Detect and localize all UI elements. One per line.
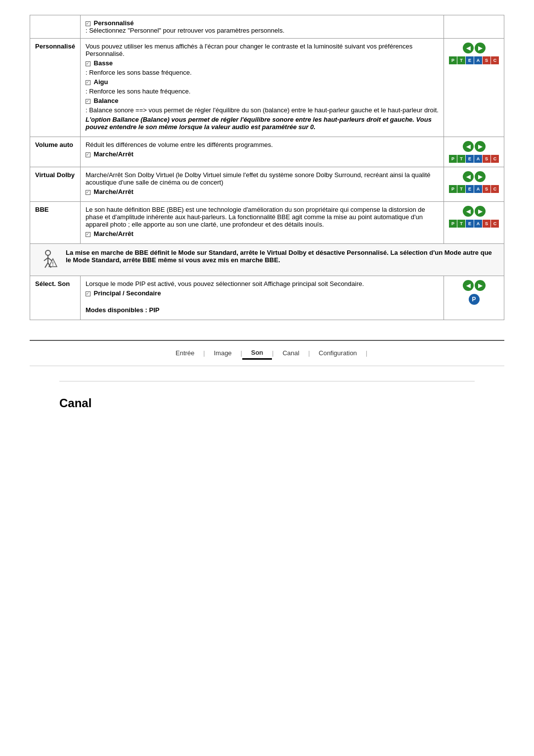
svg-line-3 — [48, 258, 52, 261]
row-label: Virtual Dolby — [30, 167, 81, 202]
note-text: La mise en marche de BBE définit le Mode… — [66, 249, 497, 264]
content-table: Personnalisé : Sélectionnez "Personnel" … — [30, 15, 504, 320]
pteasc-badge: ◀ ▶ P T E A S C — [449, 206, 499, 228]
nav-arrows: ◀ ▶ — [463, 43, 486, 53]
pteasc-row: P T E A S C — [449, 220, 499, 228]
row-label: Sélect. Son — [30, 276, 81, 320]
row-desc: Marche/Arrêt — [86, 230, 439, 237]
pteasc-a: A — [474, 185, 482, 193]
sub-heading: Balance — [94, 97, 119, 104]
pteasc-p: P — [449, 155, 457, 163]
row-icon-col: ◀ ▶ P T E A S C — [444, 137, 504, 167]
row-desc: Le son haute définition BBE (BBE) est un… — [86, 206, 439, 228]
row-desc: Aigu — [86, 78, 439, 86]
pteasc-a: A — [474, 56, 482, 64]
modes-text: Modes disponibles : PIP — [86, 306, 160, 314]
pteasc-s: S — [483, 56, 490, 64]
row-desc: : Renforce les sons haute fréquence. — [86, 88, 439, 95]
sub-heading: Basse — [94, 59, 113, 67]
pteasc-a: A — [474, 220, 482, 228]
nav-arrows: ◀ ▶ — [463, 171, 486, 182]
row-desc: Marche/Arrêt — [86, 188, 439, 195]
row-desc: Marche/Arrêt Son Dolby Virtuel (le Dolby… — [86, 171, 439, 186]
pteasc-row: P T E A S C — [449, 56, 499, 64]
row-content: Marche/Arrêt Son Dolby Virtuel (le Dolby… — [80, 167, 444, 202]
nav-arrows: ◀ ▶ — [463, 280, 486, 291]
arrow-right: ▶ — [475, 280, 486, 291]
row-icon-col — [444, 15, 504, 39]
pteasc-a: A — [474, 155, 482, 163]
row-desc: Balance — [86, 97, 439, 104]
row-label — [30, 15, 81, 39]
row-icon-col: ◀ ▶ P — [444, 276, 504, 320]
warning-icon: ! — [37, 249, 59, 271]
nav-item-entree[interactable]: Entrée — [167, 347, 203, 360]
row-title: Personnalisé — [94, 19, 134, 27]
sub-heading: Marche/Arrêt — [94, 150, 134, 158]
pteasc-badge: ◀ ▶ P T E A S C — [449, 43, 499, 64]
row-icon-col: ◀ ▶ P T E A S C — [444, 39, 504, 137]
pteasc-e: E — [466, 185, 474, 193]
row-desc: Lorsque le mode PIP est activé, vous pou… — [86, 280, 439, 287]
nav-sep: | — [366, 350, 367, 357]
sub-heading: Marche/Arrêt — [94, 188, 134, 195]
pteasc-p: P — [449, 185, 457, 193]
table-row: Virtual Dolby Marche/Arrêt Son Dolby Vir… — [30, 167, 504, 202]
row-icon-col: ◀ ▶ P T E A S C — [444, 167, 504, 202]
arrow-left: ◀ — [463, 206, 474, 217]
pteasc-s: S — [483, 220, 490, 228]
pteasc-row: P T E A S C — [449, 155, 499, 163]
table-row: Personnalisé Vous pouvez utiliser les me… — [30, 39, 504, 137]
checkbox-icon — [86, 61, 90, 66]
checkbox-icon — [86, 99, 90, 104]
row-content: Réduit les différences de volume entre l… — [80, 137, 444, 167]
table-row: Sélect. Son Lorsque le mode PIP est acti… — [30, 276, 504, 320]
pteasc-t: T — [457, 155, 465, 163]
nav-item-image[interactable]: Image — [205, 347, 240, 360]
row-icon-col: ◀ ▶ P T E A S C — [444, 202, 504, 244]
row-content: Personnalisé : Sélectionnez "Personnel" … — [80, 15, 444, 39]
arrow-left: ◀ — [463, 280, 474, 291]
svg-line-2 — [44, 258, 48, 261]
pteasc-c: C — [491, 220, 499, 228]
p-badge-group: ◀ ▶ P — [463, 280, 486, 305]
row-desc: : Renforce les sons basse fréquence. — [86, 69, 439, 76]
row-desc: Modes disponibles : PIP — [86, 306, 439, 314]
pteasc-p: P — [449, 220, 457, 228]
checkbox-icon — [86, 291, 90, 296]
nav-item-configuration[interactable]: Configuration — [310, 347, 366, 360]
pteasc-e: E — [466, 155, 474, 163]
checkbox-icon — [86, 232, 90, 237]
row-desc: : Sélectionnez "Personnel" pour retrouve… — [86, 27, 284, 34]
table-row: Volume auto Réduit les différences de vo… — [30, 137, 504, 167]
row-content: Le son haute définition BBE (BBE) est un… — [80, 202, 444, 244]
pteasc-t: T — [457, 185, 465, 193]
row-desc: : Balance sonore ==> vous permet de régl… — [86, 106, 439, 114]
row-desc: Principal / Secondaire — [86, 289, 439, 297]
arrow-left: ◀ — [463, 141, 474, 152]
nav-item-son[interactable]: Son — [242, 347, 272, 360]
row-label: Volume auto — [30, 137, 81, 167]
canal-heading: Canal — [59, 396, 504, 410]
pteasc-c: C — [491, 185, 499, 193]
checkbox-icon — [86, 21, 90, 26]
checkbox-icon — [86, 152, 90, 157]
p-badge: P — [469, 294, 480, 305]
pteasc-t: T — [457, 220, 465, 228]
row-bold-italic: L'option Ballance (Balance) vous permet … — [86, 116, 439, 131]
row-desc: Marche/Arrêt — [86, 150, 439, 158]
nav-arrows: ◀ ▶ — [463, 206, 486, 217]
row-content: Lorsque le mode PIP est activé, vous pou… — [80, 276, 444, 320]
nav-bar: Entrée | Image | Son | Canal | Configura… — [30, 340, 504, 366]
arrow-left: ◀ — [463, 171, 474, 182]
pteasc-c: C — [491, 56, 499, 64]
row-desc: Vous pouvez utiliser les menus affichés … — [86, 43, 439, 57]
nav-item-canal[interactable]: Canal — [273, 347, 308, 360]
nav-arrows: ◀ ▶ — [463, 141, 486, 152]
table-row: Personnalisé : Sélectionnez "Personnel" … — [30, 15, 504, 39]
note-content: ! La mise en marche de BBE définit le Mo… — [30, 244, 504, 276]
pteasc-c: C — [491, 155, 499, 163]
arrow-right: ▶ — [475, 141, 486, 152]
pteasc-s: S — [483, 155, 490, 163]
svg-text:!: ! — [52, 261, 53, 267]
